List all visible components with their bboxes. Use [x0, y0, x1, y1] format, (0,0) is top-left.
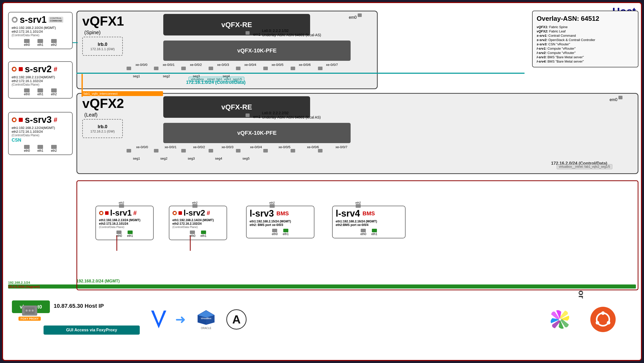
overlay-item-2: vQFX2: Fabric Leaf — [537, 29, 634, 33]
ssrv1-eth1-port: eth1 — [37, 39, 43, 47]
ssrv3-box: s-srv3 # eth1:192.168.2.12/24(MGMT) eth2… — [8, 112, 73, 155]
overlay-item-8: l-srv3: BMS "Bare Metal server" — [537, 55, 634, 59]
vqfx2-pfe-label: vQFX-10K-PFE — [237, 130, 276, 136]
vboxnet-ip: 192.168.2.1/24 — [8, 281, 30, 284]
svg-point-10 — [559, 318, 561, 321]
vqfx1-lrb: lrb.0 — [98, 42, 107, 47]
vqfx2-lo0: Lo0.0: 2.2.2.2/32 — [262, 111, 289, 115]
vqfx2-underlay: Underlay-ASN: ASN 64501 (local AS) — [262, 115, 321, 119]
ssrv2-title: s-srv2 — [25, 64, 52, 74]
vqfx1-lrb-box: lrb.0 172.16.1.1 (GW) — [82, 37, 123, 56]
ssrv2-red-sq — [19, 67, 23, 71]
outer-red-border — [76, 180, 638, 290]
ssrv3-title: s-srv3 — [25, 114, 52, 125]
ssrv2-eth0-port: eth0 — [24, 88, 30, 96]
ssrv1-eth2-port: eth2 — [51, 39, 57, 47]
vqfx2-connectors-row — [127, 149, 349, 152]
vqfx2-ports-row: xe-0/0/0 xe-0/0/1 xe-0/0/2 xe-0/0/3 xe-0… — [128, 145, 356, 149]
ssrv1-box: s-srv1 CONTRAIL COMMAND eth1:192.168.2.1… — [8, 12, 73, 49]
virtualbox-logo: VirtualBox ORACLE — [193, 309, 219, 330]
vqfx2-lrb-box: lrb.0 172.16.2.1 (GW) — [82, 119, 123, 138]
ssrv2-box: s-srv2 # eth1:192.168.2.11/24(MGMT) eth2… — [8, 61, 73, 99]
ssrv1-plane: (Control/Data Plane) — [12, 33, 69, 37]
vqfx2-em1-connector — [246, 113, 250, 117]
vagrant-network-label: 10.0.5.0/24 (Vagrant) — [8, 285, 40, 289]
ssrv1-contrail-icon — [12, 17, 18, 23]
router-icon — [22, 305, 37, 316]
overlay-item-3: s-srv1: Contrail Command — [537, 34, 634, 37]
ssrv3-eth2: eth2:172.16.1.103/24 — [12, 130, 69, 133]
vqfx1-pfe-label: vQFX-10K-PFE — [237, 47, 276, 54]
vqfx2-em1: em1 — [253, 114, 260, 119]
ssrv2-eth2: eth2:172.16.1.102/24 — [12, 79, 69, 83]
ansible-logo: A — [226, 309, 247, 330]
overlay-panel: Overlay-ASN: 64512 vQFX1: Fabric Spine v… — [532, 11, 638, 67]
overlay-asn-title: Overlay-ASN: 64512 — [537, 15, 634, 23]
vqfx2-vbox-intnet: virtualbox__intnet: fab1_vqfx2_seg1/5 — [557, 164, 612, 169]
or-label: or — [577, 291, 586, 299]
ssrv1-title: s-srv1 — [20, 14, 47, 25]
ssrv2-eth1: eth1:192.168.2.11/24(MGMT) — [12, 75, 69, 79]
ssrv1-cc-badge: CONTRAIL COMMAND — [49, 17, 63, 23]
svg-marker-4 — [151, 311, 166, 328]
svg-point-2 — [29, 310, 31, 312]
ssrv3-red-sq — [19, 118, 23, 122]
ssrv1-eth2: eth2:172.16.1.101/24 — [12, 30, 69, 33]
svg-text:VirtualBox: VirtualBox — [201, 317, 211, 320]
vqfx1-underlay: Underlay-ASN: ASN 64601 (local-AS) — [262, 33, 321, 37]
overlay-item-9: l-srv4: BMS "Bare Metal server" — [537, 60, 634, 63]
svg-point-13 — [601, 311, 605, 315]
vqfx1-lo0: Lo0.0: 2.2.2.1/32 — [262, 29, 289, 33]
bottom-icons-row: ➜ VirtualBox ORACLE A — [150, 309, 247, 330]
vqfx2-container: vQFX2 (Leaf) vQFX-RE em0 em1 Lo0.0: 2.2.… — [76, 93, 638, 174]
vqfx1-em1: em1 — [253, 32, 260, 36]
vqfx1-em0: em0 — [349, 15, 357, 20]
control-data-line-1 — [76, 73, 525, 74]
vqfx1-ports-row: xe-0/0/0 xe-0/0/1 xe-0/0/2 xe-0/0/3 xe-0… — [128, 63, 346, 67]
svg-point-1 — [26, 310, 28, 312]
ssrv3-hash: # — [54, 116, 57, 124]
gui-access-bar: GUI Access via FoxyProxy — [44, 326, 140, 335]
fab-interconnect-label: fab1_vqfx_interconnect — [82, 91, 163, 96]
vagrant-logo — [150, 309, 168, 330]
ssrv3-eth1: eth1:192.168.2.12/24(MGMT) — [12, 126, 69, 130]
vqfx1-em1-connector — [246, 31, 250, 35]
ansible-a: A — [232, 313, 240, 326]
vqfx1-connectors-row — [127, 67, 349, 70]
arrow-icon: ➜ — [175, 313, 186, 326]
vqfx1-subtitle: (Spine) — [84, 30, 100, 35]
ssrv3-csn: CSN — [12, 138, 69, 143]
vqfx1-lrb-ip: 172.16.1.1 (GW) — [90, 47, 115, 51]
vqfx2-pfe-box: vQFX-10K-PFE — [163, 123, 351, 143]
ubuntu-logo — [590, 307, 616, 332]
svg-point-3 — [32, 310, 34, 312]
vqfx2-segs-row: seg1 seg2 seg3 seg4 seg5 — [133, 157, 250, 160]
overlay-item-4: s-srv2: OpenStack & Contrail Controller — [537, 38, 634, 42]
svg-point-14 — [607, 321, 610, 324]
interconnect-line-v — [82, 74, 83, 97]
svg-point-15 — [596, 321, 599, 324]
foxyproxy-badge: FOXY PROXY — [18, 317, 41, 321]
ssrv1-vqfx1-line — [73, 42, 78, 43]
overlay-item-1: vQFX1: Fabric Spine — [537, 25, 634, 29]
ssrv1-eth0-port: eth0 — [24, 39, 30, 47]
gui-access-label: GUI Access via FoxyProxy — [66, 328, 117, 332]
vqfx1-em0-connector — [358, 13, 362, 17]
ssrv3-plane: (Control/Data Plane) — [12, 133, 69, 137]
vqfx2-re-label: vQFX-RE — [221, 103, 252, 111]
vqfx2-em0: em0 — [610, 98, 617, 102]
vqfx2-lrb: lrb.0 — [98, 124, 107, 129]
vqfx1-vbox-intnet: virtualbox__intnet: fab1_vqfx1_seg1/5 — [189, 77, 244, 82]
overlay-item-6: l-srv1: Compute "vRouter" — [537, 47, 634, 50]
ssrv2-hash: # — [54, 65, 57, 73]
overlay-item-7: l-srv2: Compute "vRouter" — [537, 51, 634, 55]
vqfx1-title: vQFX1 — [82, 13, 124, 29]
vqfx1-pfe-box: vQFX-10K-PFE — [163, 41, 351, 61]
vqfx2-lrb-ip: 172.16.2.1 (GW) — [90, 129, 115, 133]
vqfx2-title: vQFX2 — [82, 96, 124, 111]
ssrv3-eth2-port: eth2 — [51, 145, 57, 152]
ssrv2-icon — [12, 67, 17, 72]
vqfx2-em0-connector — [618, 96, 622, 99]
main-container: Host Overlay-ASN: 64512 vQFX1: Fabric Sp… — [2, 2, 642, 361]
vqfx2-subtitle: (Leaf) — [84, 112, 97, 118]
